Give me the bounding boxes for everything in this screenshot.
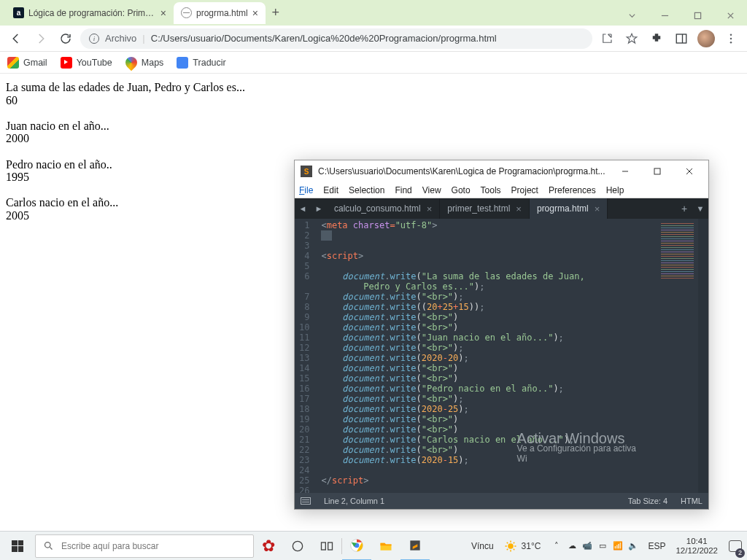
editor-body[interactable]: 1234567891011121314151617181920212223242… — [295, 219, 708, 493]
svg-point-3 — [730, 37, 732, 39]
chrome-taskbar-icon[interactable] — [342, 532, 371, 561]
menu-kebab-icon[interactable] — [721, 28, 741, 49]
separator: | — [142, 33, 144, 44]
svg-point-6 — [45, 542, 51, 548]
search-placeholder: Escribe aquí para buscar — [61, 541, 158, 551]
cortana-icon[interactable] — [283, 532, 312, 561]
youtube-icon — [61, 57, 72, 69]
minimize-icon[interactable] — [609, 161, 641, 182]
search-icon — [43, 540, 54, 551]
menu-find[interactable]: Find — [395, 185, 411, 195]
editor-tab-active[interactable]: progrma.html× — [530, 198, 608, 219]
menu-project[interactable]: Project — [511, 185, 538, 195]
meet-now-icon[interactable]: 📹 — [581, 540, 593, 552]
bookmark-maps[interactable]: Maps — [125, 57, 164, 69]
sidebar-toggle-icon[interactable] — [301, 497, 311, 505]
page-line: Juan nacio en el año... — [6, 120, 741, 133]
svg-point-2 — [730, 34, 732, 36]
new-file-icon[interactable]: + — [676, 198, 692, 219]
maximize-icon[interactable] — [681, 5, 714, 26]
browser-tab-1[interactable]: progrma.html × — [174, 2, 266, 24]
menu-help[interactable]: Help — [606, 185, 624, 195]
new-tab-button[interactable]: + — [266, 5, 286, 20]
taskbar-clock[interactable]: 10:41 12/12/2022 — [670, 537, 724, 556]
editor-tab[interactable]: calculo_consumo.html× — [327, 198, 440, 219]
back-button[interactable] — [6, 28, 26, 49]
menu-view[interactable]: View — [422, 185, 441, 195]
globe-favicon — [181, 7, 192, 18]
gmail-icon — [7, 57, 19, 69]
tab-close-icon[interactable]: × — [516, 203, 522, 214]
scrollbar[interactable] — [698, 219, 708, 493]
alura-favicon: a — [13, 7, 24, 18]
wifi-icon[interactable]: 📶 — [612, 540, 624, 552]
editor-tab[interactable]: primer_test.html× — [440, 198, 530, 219]
weather-widget[interactable]: 31°C — [498, 540, 547, 553]
browser-tab-0[interactable]: a Lógica de programación: Primero × — [6, 2, 174, 24]
forward-button[interactable] — [31, 28, 51, 49]
side-panel-icon[interactable] — [671, 28, 692, 49]
tray-chevron-icon[interactable]: ˄ — [551, 540, 562, 552]
sublime-taskbar-icon[interactable] — [400, 532, 430, 561]
taskbar-search[interactable]: Escribe aquí para buscar — [35, 534, 254, 558]
tab-scroll-right-icon[interactable]: ► — [311, 198, 327, 219]
tab-size[interactable]: Tab Size: 4 — [628, 497, 667, 505]
close-icon[interactable] — [714, 5, 747, 26]
bookmark-gmail[interactable]: Gmail — [7, 57, 47, 69]
tab-scroll-left-icon[interactable]: ◄ — [295, 198, 311, 219]
battery-icon[interactable]: ▭ — [597, 540, 608, 552]
bookmark-label: Gmail — [23, 58, 47, 68]
bookmark-star-icon[interactable] — [622, 28, 642, 49]
tab-close-icon[interactable]: × — [595, 203, 600, 214]
bookmark-label: Traducir — [193, 58, 225, 68]
code-area[interactable]: <meta charset="utf-8"> <script> document… — [315, 219, 658, 493]
sublime-app-icon: S — [301, 166, 312, 177]
tab-close-icon[interactable]: × — [252, 7, 258, 19]
minimap[interactable] — [658, 219, 698, 493]
tab-close-icon[interactable]: × — [427, 203, 433, 214]
menu-preferences[interactable]: Preferences — [549, 185, 596, 195]
maximize-icon[interactable] — [641, 161, 673, 182]
svg-point-13 — [508, 543, 514, 549]
syntax-mode[interactable]: HTML — [681, 497, 703, 505]
menu-tools[interactable]: Tools — [481, 185, 501, 195]
menu-selection[interactable]: Selection — [349, 185, 384, 195]
tab-title: Lógica de programación: Primero — [28, 8, 156, 18]
start-button[interactable] — [0, 532, 35, 561]
tab-menu-icon[interactable]: ▼ — [692, 198, 708, 219]
reload-button[interactable] — [55, 28, 76, 49]
sublime-titlebar[interactable]: S C:\Users\usuario\Documents\Karen\Logic… — [295, 160, 708, 182]
system-tray[interactable]: ˄ ☁ 📹 ▭ 📶 🔈 — [546, 540, 643, 552]
input-language[interactable]: ESP — [643, 541, 670, 551]
clock-time: 10:41 — [676, 537, 718, 546]
explorer-taskbar-icon[interactable] — [371, 532, 400, 561]
menu-edit[interactable]: Edit — [323, 185, 338, 195]
minimize-icon[interactable] — [649, 5, 681, 26]
sublime-menubar: File Edit Selection Find View Goto Tools… — [295, 182, 708, 198]
bookmark-label: YouTube — [77, 58, 112, 68]
cursor-position[interactable]: Line 2, Column 1 — [324, 497, 384, 505]
tab-close-icon[interactable]: × — [160, 7, 166, 19]
menu-file[interactable]: File — [299, 185, 313, 195]
chrome-collapse-icon[interactable] — [616, 5, 649, 26]
close-icon[interactable] — [673, 161, 705, 182]
svg-rect-8 — [322, 542, 326, 550]
statusbar: Line 2, Column 1 Tab Size: 4 HTML — [295, 493, 708, 509]
profile-avatar[interactable] — [696, 28, 716, 49]
menu-goto[interactable]: Goto — [452, 185, 471, 195]
search-highlight-icon[interactable]: ✿ — [254, 532, 283, 561]
volume-icon[interactable]: 🔈 — [627, 540, 639, 552]
svg-point-7 — [293, 541, 302, 551]
address-bar[interactable]: i Archivo | C:/Users/usuario/Documents/K… — [80, 28, 592, 49]
extensions-icon[interactable] — [646, 28, 667, 49]
site-info-icon[interactable]: i — [89, 34, 99, 44]
bookmark-translate[interactable]: Traducir — [177, 57, 225, 69]
share-icon[interactable] — [597, 28, 617, 49]
svg-rect-0 — [694, 12, 700, 18]
news-label: Víncu — [471, 541, 494, 551]
onedrive-icon[interactable]: ☁ — [566, 540, 578, 552]
action-center-icon[interactable]: 2 — [724, 532, 747, 561]
news-widget[interactable]: Víncu — [467, 541, 498, 551]
task-view-icon[interactable] — [312, 532, 341, 561]
bookmark-youtube[interactable]: YouTube — [61, 57, 112, 69]
